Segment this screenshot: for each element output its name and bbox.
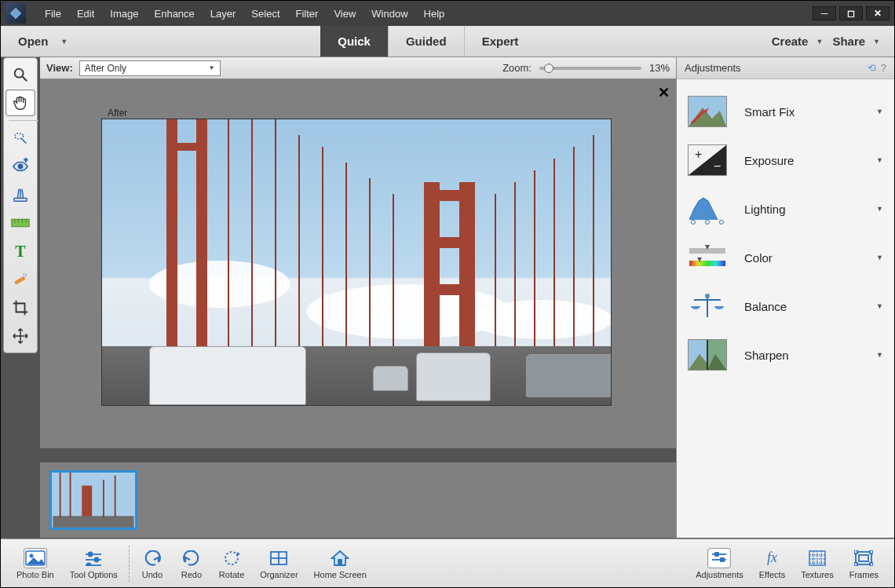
- svg-marker-0: [10, 8, 20, 18]
- share-menu[interactable]: Share▼: [832, 35, 880, 48]
- adj-smartfix[interactable]: Smart Fix ▼: [677, 87, 894, 136]
- photobin-icon: [24, 548, 47, 568]
- bbtn-label: Tool Options: [70, 570, 118, 579]
- exposure-icon: +−: [688, 144, 727, 176]
- menu-view[interactable]: View: [326, 5, 363, 23]
- menu-select[interactable]: Select: [243, 5, 287, 23]
- type-tool[interactable]: T: [5, 238, 35, 265]
- textures-icon: [806, 548, 829, 568]
- options-bar: View: After Only ▼ Zoom: 13%: [40, 57, 676, 79]
- spot-heal-tool[interactable]: [5, 266, 35, 293]
- after-label: After: [108, 108, 127, 119]
- window-controls: ─ ◻ ✕: [809, 6, 890, 20]
- hand-tool[interactable]: [5, 89, 35, 116]
- rotate-button[interactable]: Rotate: [211, 548, 252, 579]
- svg-rect-43: [53, 516, 133, 528]
- menu-help[interactable]: Help: [416, 5, 453, 23]
- redeye-tool[interactable]: +: [5, 153, 35, 180]
- tab-guided[interactable]: Guided: [388, 26, 464, 57]
- whiten-teeth-tool[interactable]: [5, 181, 35, 208]
- svg-text:−: −: [714, 159, 721, 173]
- close-document-button[interactable]: ✕: [658, 84, 670, 101]
- menu-filter[interactable]: Filter: [288, 5, 327, 23]
- adj-sharpen[interactable]: Sharpen ▼: [677, 331, 894, 379]
- adjustments-list: Smart Fix ▼ +− Exposure ▼ Lighting ▼ Col…: [677, 79, 894, 387]
- svg-line-10: [22, 189, 24, 199]
- mode-bar: Open ▼ Quick Guided Expert Create▼ Share…: [1, 26, 894, 57]
- lighting-icon: [688, 193, 727, 225]
- undo-button[interactable]: Undo: [133, 548, 172, 579]
- svg-rect-73: [854, 563, 857, 566]
- chevron-down-icon: ▼: [876, 302, 883, 310]
- chevron-down-icon: ▼: [876, 205, 883, 213]
- tooloptions-button[interactable]: Tool Options: [62, 548, 126, 579]
- view-label: View:: [46, 62, 73, 74]
- open-menu[interactable]: Open ▼: [1, 26, 85, 57]
- svg-rect-11: [12, 219, 29, 227]
- svg-line-2: [23, 77, 27, 82]
- menu-file[interactable]: File: [37, 5, 69, 23]
- svg-rect-16: [14, 276, 26, 285]
- open-label: Open: [18, 35, 48, 48]
- menu-edit[interactable]: Edit: [69, 5, 102, 23]
- svg-point-5: [18, 164, 23, 169]
- svg-rect-70: [859, 555, 868, 561]
- adj-exposure[interactable]: +− Exposure ▼: [677, 136, 894, 184]
- sharpen-icon: [688, 339, 727, 371]
- create-menu[interactable]: Create▼: [772, 35, 824, 48]
- quick-select-tool[interactable]: [5, 125, 35, 152]
- tab-expert[interactable]: Expert: [464, 26, 536, 57]
- straighten-tool[interactable]: [5, 210, 35, 236]
- effects-button[interactable]: fx Effects: [751, 548, 793, 579]
- tool-strip: + T: [3, 57, 38, 353]
- menu-bar: File Edit Image Enhance Layer Select Fil…: [1, 1, 894, 26]
- redo-button[interactable]: Redo: [172, 548, 211, 579]
- zoom-slider-thumb[interactable]: [544, 64, 553, 73]
- adj-color[interactable]: Color ▼: [677, 233, 894, 282]
- move-tool[interactable]: [5, 323, 35, 349]
- bbtn-label: Redo: [181, 570, 202, 579]
- photobin-button[interactable]: Photo Bin: [9, 548, 62, 579]
- help-icon[interactable]: ?: [881, 62, 886, 74]
- homescreen-button[interactable]: Home Screen: [306, 548, 374, 579]
- reset-icon[interactable]: ⟲: [868, 62, 876, 74]
- view-dropdown-value: After Only: [85, 63, 126, 74]
- close-button[interactable]: ✕: [866, 6, 890, 20]
- adjustments-button[interactable]: Adjustments: [688, 548, 751, 579]
- chevron-down-icon: ▼: [209, 64, 215, 71]
- adj-label: Smart Fix: [744, 105, 876, 119]
- frames-button[interactable]: Frames: [842, 548, 886, 579]
- tooloptions-icon: [82, 548, 105, 568]
- adj-label: Exposure: [744, 154, 876, 167]
- zoom-slider[interactable]: [539, 67, 641, 70]
- menu-layer[interactable]: Layer: [203, 5, 244, 23]
- tab-quick[interactable]: Quick: [320, 26, 388, 57]
- zoom-label: Zoom:: [502, 62, 532, 74]
- maximize-button[interactable]: ◻: [839, 6, 863, 20]
- svg-point-54: [95, 557, 99, 561]
- chevron-down-icon: ▼: [876, 254, 883, 261]
- organizer-button[interactable]: Organizer: [252, 548, 305, 579]
- crop-tool[interactable]: [5, 294, 35, 321]
- bbtn-label: Frames: [849, 570, 879, 579]
- textures-button[interactable]: Textures: [793, 548, 842, 579]
- bbtn-label: Photo Bin: [16, 570, 54, 579]
- svg-point-56: [87, 563, 91, 566]
- bin-thumbnail[interactable]: [49, 470, 137, 530]
- chevron-down-icon: ▼: [873, 38, 880, 46]
- svg-rect-7: [14, 199, 27, 202]
- undo-icon: [141, 548, 164, 568]
- menu-enhance[interactable]: Enhance: [147, 5, 203, 23]
- minimize-button[interactable]: ─: [813, 6, 836, 20]
- menu-image[interactable]: Image: [102, 5, 146, 23]
- view-dropdown[interactable]: After Only ▼: [79, 60, 221, 76]
- svg-point-1: [15, 69, 24, 78]
- svg-point-35: [705, 294, 710, 298]
- menu-window[interactable]: Window: [363, 5, 415, 23]
- adj-lighting[interactable]: Lighting ▼: [677, 184, 894, 233]
- zoom-tool[interactable]: [5, 61, 35, 88]
- app-icon: [5, 3, 26, 24]
- zoom-value: 13%: [649, 62, 670, 74]
- adj-balance[interactable]: Balance ▼: [677, 282, 894, 331]
- document-canvas[interactable]: [101, 119, 612, 406]
